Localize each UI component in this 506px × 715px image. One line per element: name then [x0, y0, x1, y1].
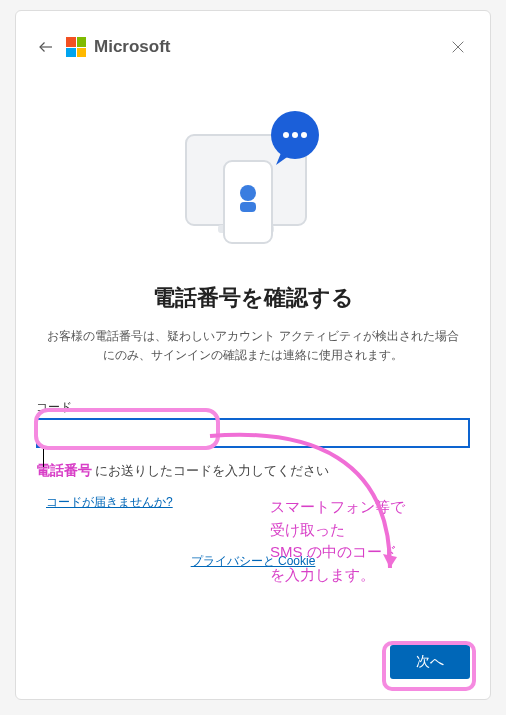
svg-point-9	[283, 132, 289, 138]
dialog-window: Microsoft 電話番号を確認する お客様の電話番号は、疑わしいアカウ	[15, 10, 491, 700]
resend-code-link[interactable]: コードが届きませんか?	[46, 494, 470, 511]
svg-rect-7	[240, 202, 256, 212]
code-hint: 電話番号 にお送りしたコードを入力してください	[36, 462, 470, 480]
page-subtext: お客様の電話番号は、疑わしいアカウント アクティビティが検出された場合にのみ、サ…	[36, 327, 470, 365]
footer: 次へ	[36, 645, 470, 679]
privacy-cookie-link[interactable]: プライバシーと Cookie	[191, 553, 316, 570]
back-icon[interactable]	[36, 37, 56, 57]
phone-label-annot: 電話番号	[36, 462, 92, 478]
code-input[interactable]	[36, 418, 470, 448]
svg-point-11	[301, 132, 307, 138]
microsoft-logo-icon	[66, 37, 86, 57]
svg-point-10	[292, 132, 298, 138]
close-icon[interactable]	[446, 35, 470, 59]
header: Microsoft	[36, 35, 470, 65]
next-button[interactable]: 次へ	[390, 645, 470, 679]
brand-name: Microsoft	[94, 37, 171, 57]
code-field-group: コード	[36, 399, 470, 448]
verify-illustration	[36, 105, 470, 255]
code-label: コード	[36, 399, 470, 416]
code-hint-text: にお送りしたコードを入力してください	[92, 464, 329, 478]
page-title: 電話番号を確認する	[36, 283, 470, 313]
svg-point-6	[240, 185, 256, 201]
microsoft-logo: Microsoft	[66, 37, 171, 57]
